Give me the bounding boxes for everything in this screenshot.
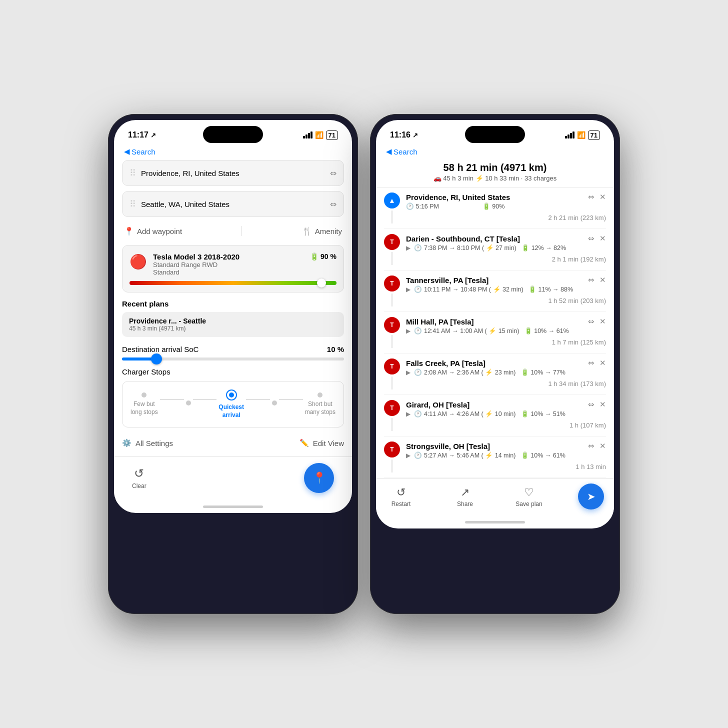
stop-5-settings-icon[interactable]: ⇔ [588, 400, 594, 409]
battery-percentage: 🔋 90 % [310, 252, 336, 260]
route-content-0: Providence, RI, United States ⇔ ✕ 🕐 5:16… [406, 192, 606, 224]
route-header-2: Tannersville, PA [Tesla] ⇔ ✕ [406, 276, 606, 284]
drag-handle-dest: ⠿ [130, 198, 136, 210]
phones-container: 11:17 ↗ 📶 71 [108, 114, 620, 614]
stop-1-time: ▶ 🕐 7:38 PM → 8:10 PM ( ⚡ 27 min) 🔋 12% … [406, 244, 606, 252]
stop-2-settings-icon[interactable]: ⇔ [588, 276, 594, 284]
soc-fill [122, 358, 156, 360]
expand-5[interactable]: ▶ [406, 410, 410, 418]
route-stop-2: T Tannersville, PA [Tesla] ⇔ ✕ ▶ 🕐 [384, 270, 606, 312]
stop-5-name: Girard, OH [Tesla] [406, 400, 470, 409]
stop-2-time: ▶ 🕐 10:11 PM → 10:48 PM ( ⚡ 32 min) 🔋 11… [406, 286, 606, 293]
route-icon-col-4: T [384, 358, 400, 390]
stop-1-name: Darien - Southbound, CT [Tesla] [406, 234, 520, 243]
stop-option-quickest[interactable]: Quickestarrival [218, 390, 244, 419]
expand-1[interactable]: ▶ [406, 244, 410, 252]
nav-bar-1[interactable]: ◀ Search [114, 146, 352, 160]
expand-3[interactable]: ▶ [406, 328, 410, 334]
stop-option-4[interactable] [272, 400, 277, 408]
battery-slider[interactable] [130, 281, 336, 285]
soc-value: 10 % [327, 345, 344, 354]
charger-stops-section: Charger Stops Few butlong stops [122, 368, 344, 428]
stop-3-settings-icon[interactable]: ⇔ [588, 317, 594, 326]
stop-5-actions: ⇔ ✕ [588, 400, 606, 409]
stop-label-many: Short butmany stops [305, 400, 336, 416]
all-settings-button[interactable]: ⚙️ All Settings [122, 438, 173, 448]
plus-pin-icon: 📍 [124, 226, 134, 236]
restart-button[interactable]: ↺ Restart [386, 486, 416, 508]
sliders-icon-dest[interactable]: ⇔ [330, 200, 336, 209]
stop-2-actions: ⇔ ✕ [588, 276, 606, 284]
stop-1-settings-icon[interactable]: ⇔ [588, 234, 594, 243]
stop-6-name: Strongsville, OH [Tesla] [406, 442, 490, 450]
edit-view-button[interactable]: ✏️ Edit View [300, 438, 344, 448]
stop-4-close-icon[interactable]: ✕ [600, 358, 606, 368]
expand-6[interactable]: ▶ [406, 452, 410, 459]
charger-stops-selector[interactable]: Few butlong stops [122, 381, 344, 428]
route-icon-col-1: T [384, 234, 400, 265]
share-button[interactable]: ↗ Share [450, 486, 480, 508]
stop-0-close-icon[interactable]: ✕ [600, 192, 606, 202]
soc-slider[interactable] [122, 358, 344, 360]
battery-icon-car: 🔋 [310, 252, 318, 260]
drag-handle-origin: ⠿ [130, 168, 136, 178]
stop-0-time: 🕐 5:16 PM 🔋 90% [406, 202, 606, 210]
amenity-button[interactable]: 🍴 Amenity [302, 226, 342, 236]
car-variant: Standard Range RWD [153, 261, 304, 268]
destination-input-row[interactable]: ⠿ Seattle, WA, United States ⇔ [122, 191, 344, 217]
recent-plan-card[interactable]: Providence r... - Seattle 45 h 3 min (49… [122, 312, 344, 337]
segment-1: 2 h 1 min (192 km) [406, 252, 606, 265]
trip-header: 58 h 21 min (4971 km) 🚗 45 h 3 min ⚡ 10 … [376, 160, 614, 188]
stop-option-many[interactable]: Short butmany stops [305, 392, 336, 416]
share-icon: ↗ [460, 486, 470, 499]
stop-option-few[interactable]: Few butlong stops [130, 392, 158, 416]
stop-4-settings-icon[interactable]: ⇔ [588, 358, 594, 368]
add-waypoint-button[interactable]: 📍 Add waypoint [124, 226, 182, 236]
divider [242, 226, 242, 236]
route-line-3 [392, 335, 392, 348]
home-indicator-2 [376, 518, 614, 528]
origin-text[interactable]: Providence, RI, United States [141, 169, 330, 178]
stop-3-close-icon[interactable]: ✕ [600, 317, 606, 326]
stop-1-close-icon[interactable]: ✕ [600, 234, 606, 243]
pencil-icon: ✏️ [300, 438, 309, 448]
stops-line-2 [193, 399, 217, 400]
stop-5-close-icon[interactable]: ✕ [600, 400, 606, 409]
stop-option-2[interactable] [186, 400, 191, 408]
destination-text[interactable]: Seattle, WA, United States [141, 200, 330, 208]
trip-subtitle: 🚗 45 h 3 min ⚡ 10 h 33 min · 33 charges [386, 174, 604, 182]
stop-6-actions: ⇔ ✕ [588, 442, 606, 450]
route-header-5: Girard, OH [Tesla] ⇔ ✕ [406, 400, 606, 409]
stop-2-close-icon[interactable]: ✕ [600, 276, 606, 284]
route-stop-6: T Strongsville, OH [Tesla] ⇔ ✕ ▶ 🕐 [384, 436, 606, 478]
navigate-fab-2[interactable]: ➤ [578, 484, 604, 510]
stop-6-close-icon[interactable]: ✕ [600, 442, 606, 450]
route-icon-col-0: ▲ [384, 192, 400, 224]
save-plan-button[interactable]: ♡ Save plan [514, 486, 544, 508]
back-button-1[interactable]: ◀ Search [124, 147, 156, 156]
route-content-6: Strongsville, OH [Tesla] ⇔ ✕ ▶ 🕐 5:27 AM… [406, 442, 606, 472]
stop-3-actions: ⇔ ✕ [588, 317, 606, 326]
navigate-fab[interactable]: 📍 [304, 463, 334, 493]
expand-4[interactable]: ▶ [406, 369, 410, 376]
status-icons-1: 📶 71 [303, 130, 338, 140]
route-line-1 [392, 252, 392, 265]
expand-2[interactable]: ▶ [406, 286, 410, 293]
car-card[interactable]: 🔴 Tesla Model 3 2018-2020 Standard Range… [122, 245, 344, 292]
origin-input-row[interactable]: ⠿ Providence, RI, United States ⇔ [122, 160, 344, 186]
segment-6: 1 h 13 min [406, 460, 606, 472]
nav-bar-2[interactable]: ◀ Search [376, 146, 614, 160]
clear-button[interactable]: ↺ Clear [132, 466, 146, 490]
sliders-icon-origin[interactable]: ⇔ [330, 168, 336, 178]
route-list: ▲ Providence, RI, United States ⇔ ✕ [376, 188, 614, 478]
route-stop-4: T Falls Creek, PA [Tesla] ⇔ ✕ ▶ 🕐 2 [384, 354, 606, 395]
stop-3-time: ▶ 🕐 12:41 AM → 1:00 AM ( ⚡ 15 min) 🔋 10%… [406, 327, 606, 334]
route-stop-3: T Mill Hall, PA [Tesla] ⇔ ✕ ▶ 🕐 12: [384, 312, 606, 354]
tesla-icon-6: T [384, 442, 400, 458]
stop-label-few: Few butlong stops [130, 400, 158, 416]
stop-6-settings-icon[interactable]: ⇔ [588, 442, 594, 450]
stop-0-settings-icon[interactable]: ⇔ [588, 192, 594, 202]
signal-bars-2 [565, 132, 574, 138]
back-button-2[interactable]: ◀ Search [386, 147, 418, 156]
route-stop-5: T Girard, OH [Tesla] ⇔ ✕ ▶ 🕐 4:11 A [384, 395, 606, 436]
